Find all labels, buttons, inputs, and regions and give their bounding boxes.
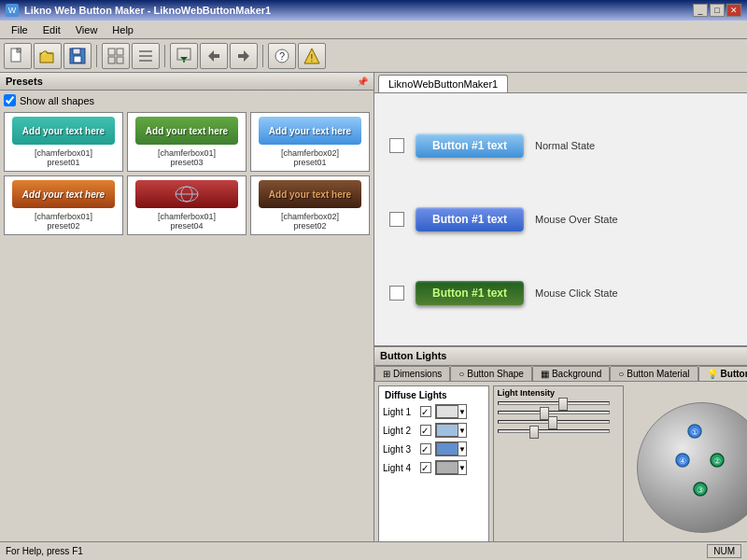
diffuse-light-1-checkbox[interactable]: ✓ [420,406,431,417]
bottom-panel: Button Lights 📌 ⊞ Dimensions ○ Button Sh… [374,345,747,560]
tab-dimensions[interactable]: ⊞ Dimensions [374,366,450,381]
light-handle-1[interactable]: ① [686,423,703,441]
preset-label-3: [chamferbox02]preset01 [281,148,339,167]
back-button[interactable] [200,43,228,69]
menu-help[interactable]: Help [105,22,141,37]
menu-edit[interactable]: Edit [35,22,68,37]
diffuse-slider-track-4[interactable] [498,429,610,433]
open-button[interactable] [34,43,62,69]
diffuse-slider-3 [498,420,619,424]
diffuse-light-2-checkbox[interactable]: ✓ [420,425,431,436]
light-sphere[interactable]: ① ④ ② [637,402,747,533]
show-shapes-row: Show all shapes [4,94,370,106]
preset-btn-2[interactable]: Add your text here [135,117,238,145]
preset-item-4[interactable]: Add your text here [chamferbox01]preset0… [4,175,123,235]
preset-btn-6[interactable]: Add your text here [259,180,361,208]
sphere-container: ① ④ ② [627,385,747,550]
pin-button[interactable]: 📌 [357,77,368,87]
svg-rect-7 [108,49,115,55]
tab-button-shape[interactable]: ○ Button Shape [450,366,532,381]
svg-text:①: ① [691,427,698,437]
diffuse-light-2-label: Light 2 [383,426,416,436]
mouseclick-state-checkbox[interactable] [389,286,404,301]
diffuse-light-row-3: Light 3 ✓ ▼ [383,441,485,456]
preset-label-1: [chamferbox01]preset01 [35,148,92,167]
preset-item-5[interactable]: [chamferbox01]preset04 [127,175,247,235]
diffuse-light-3-swatch [436,442,458,455]
svg-text:③: ③ [697,485,704,495]
presets-header: Presets 📌 [0,73,374,91]
separator-3 [262,45,263,67]
diffuse-light-3-color[interactable]: ▼ [435,441,467,456]
preview-tab-header: LiknoWebButtonMaker1 ◀ ▶ ✕ [374,73,747,93]
diffuse-intensity-group: Light Intensity [493,385,624,550]
svg-rect-6 [74,56,81,63]
preview-tab[interactable]: LiknoWebButtonMaker1 [378,75,508,92]
light-handle-3[interactable]: ② [709,452,726,470]
menu-file[interactable]: File [4,22,35,37]
diffuse-light-row-4: Light 4 ✓ ▼ [383,460,485,475]
help-button[interactable]: ? [268,43,296,69]
mouseover-state-button[interactable]: Button #1 text [416,207,524,231]
diffuse-light-4-checkbox[interactable]: ✓ [420,462,431,473]
diffuse-slider-thumb-3[interactable] [548,416,557,429]
preset-btn-4[interactable]: Add your text here [12,180,115,208]
preset-item-1[interactable]: Add your text here [chamferbox01]preset0… [4,112,123,172]
background-label: Background [552,369,601,379]
presets-title: Presets [6,76,43,87]
diffuse-slider-track-2[interactable] [498,411,610,414]
normal-state-button[interactable]: Button #1 text [416,133,524,158]
new-button[interactable] [4,43,32,69]
diffuse-light-4-swatch [436,461,458,474]
tab-background[interactable]: ▦ Background [532,366,610,381]
diffuse-slider-track-3[interactable] [498,420,610,424]
window-controls: _ □ ✕ [693,4,741,17]
grid-button[interactable] [102,43,130,69]
menu-view[interactable]: View [68,22,106,37]
mouseclick-state-button[interactable]: Button #1 text [416,281,524,305]
mouseover-state-checkbox[interactable] [389,212,404,227]
list-button[interactable] [132,43,160,69]
info-button[interactable]: ! [298,43,326,69]
preset-btn-3[interactable]: Add your text here [259,117,361,145]
forward-button[interactable] [230,43,258,69]
diffuse-light-1-color[interactable]: ▼ [435,404,467,419]
normal-state-checkbox[interactable] [389,138,404,153]
diffuse-slider-track-1[interactable] [498,401,610,405]
preset-btn-1[interactable]: Add your text here [12,117,115,145]
status-bar: For Help, press F1 NUM [0,541,747,560]
preset-item-6[interactable]: Add your text here [chamferbox02]preset0… [250,175,370,235]
diffuse-slider-thumb-1[interactable] [558,398,568,411]
maximize-button[interactable]: □ [710,4,725,17]
mouseclick-state-label: Mouse Click State [535,287,618,299]
export-button[interactable] [170,43,198,69]
toolbar: ? ! [0,39,747,73]
background-icon: ▦ [541,369,549,379]
diffuse-light-4-color[interactable]: ▼ [435,460,467,475]
diffuse-light-2-arrow[interactable]: ▼ [458,427,466,435]
diffuse-light-2-color[interactable]: ▼ [435,423,467,438]
diffuse-light-4-arrow[interactable]: ▼ [458,464,466,472]
preset-item-2[interactable]: Add your text here [chamferbox01]preset0… [127,112,247,172]
light-handle-4[interactable]: ③ [692,481,709,499]
diffuse-light-1-swatch [436,405,458,418]
preset-item-3[interactable]: Add your text here [chamferbox02]preset0… [250,112,370,172]
show-shapes-checkbox[interactable] [4,94,16,106]
svg-text:!: ! [311,53,314,63]
svg-rect-9 [108,57,115,63]
light-handle-2[interactable]: ④ [674,452,691,470]
minimize-button[interactable]: _ [693,4,708,17]
diffuse-slider-thumb-4[interactable] [529,426,539,439]
tab-button-material[interactable]: ○ Button Material [610,366,698,381]
diffuse-light-3-checkbox[interactable]: ✓ [420,443,431,455]
diffuse-lights-title: Diffuse Lights [383,390,485,400]
diffuse-light-3-arrow[interactable]: ▼ [458,445,466,454]
button-material-icon: ○ [618,369,624,379]
tab-button-lights[interactable]: 💡 Button Lights [698,366,747,381]
save-button[interactable] [63,43,92,69]
close-button[interactable]: ✕ [726,4,741,17]
diffuse-light-1-arrow[interactable]: ▼ [458,408,466,416]
svg-rect-8 [117,49,123,55]
svg-rect-5 [73,49,80,54]
preset-btn-5[interactable] [135,180,238,208]
